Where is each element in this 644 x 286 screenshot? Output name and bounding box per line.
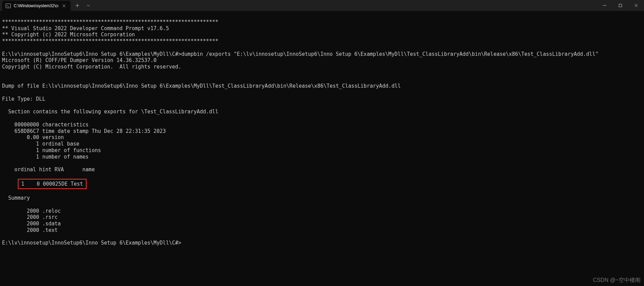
tab-actions [70, 0, 94, 11]
tab-dropdown-button[interactable] [83, 0, 94, 11]
tab-title: C:\Windows\system32\cmd.exe [14, 3, 58, 8]
output-line: 2000 .reloc [2, 208, 61, 214]
output-line: 658D86C7 time date stamp Thu Dec 28 22:3… [2, 128, 166, 134]
terminal-tab[interactable]: C:\Windows\system32\cmd.exe [2, 1, 70, 11]
output-line: Section contains the following exports f… [2, 109, 218, 115]
output-line: ** Copyright (c) 2022 Microsoft Corporat… [2, 32, 135, 38]
prompt-line: E:\lv\innosetup\InnoSetup6\Inno Setup 6\… [2, 240, 181, 246]
output-line: 2000 .sdata [2, 221, 61, 227]
highlighted-export-row: 1 0 000025DE Test [18, 179, 87, 189]
titlebar: C:\Windows\system32\cmd.exe [0, 0, 644, 11]
output-line: ** Visual Studio 2022 Developer Command … [2, 25, 169, 32]
output-line: 1 ordinal base [2, 141, 79, 147]
output-line: File Type: DLL [2, 96, 45, 102]
cmd-icon [5, 3, 11, 9]
minimize-button[interactable] [597, 0, 613, 11]
output-line: 1 number of functions [2, 147, 101, 153]
titlebar-drag-area[interactable] [94, 0, 597, 11]
output-line: Microsoft (R) COFF/PE Dumper Version 14.… [2, 57, 157, 63]
output-line: Summary [2, 195, 30, 201]
close-window-button[interactable] [628, 0, 644, 11]
output-line: E:\lv\innosetup\InnoSetup6\Inno Setup 6\… [2, 51, 598, 57]
new-tab-button[interactable] [72, 0, 83, 11]
tab-close-button[interactable] [61, 3, 67, 9]
svg-rect-0 [6, 4, 11, 8]
output-line: 00000000 characteristics [2, 122, 89, 128]
output-line: 2000 .text [2, 227, 58, 233]
terminal-output[interactable]: ****************************************… [0, 11, 644, 248]
output-line: ****************************************… [2, 19, 218, 25]
svg-rect-7 [619, 4, 622, 7]
output-line: ordinal hint RVA name [2, 166, 95, 173]
output-line: Copyright (C) Microsoft Corporation. All… [2, 64, 181, 70]
maximize-button[interactable] [613, 0, 628, 11]
watermark-text: CSDN @~空中楼阁 [593, 277, 641, 284]
window-controls [597, 0, 644, 11]
output-line: 0.00 version [2, 134, 64, 140]
output-line: ****************************************… [2, 38, 218, 44]
output-line: 2000 .rsrc [2, 214, 58, 220]
output-line: Dump of file E:\lv\innosetup\InnoSetup6\… [2, 83, 401, 89]
output-line: 1 number of names [2, 154, 89, 160]
